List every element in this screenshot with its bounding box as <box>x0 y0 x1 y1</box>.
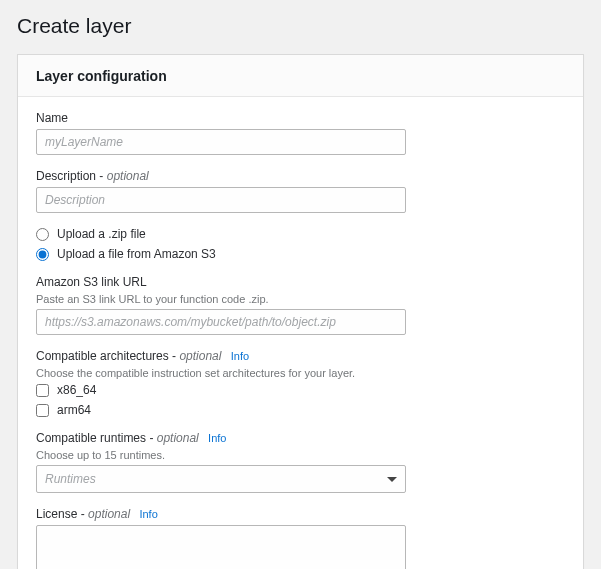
arch-info-link[interactable]: Info <box>231 350 249 362</box>
runtimes-optional: optional <box>157 431 199 445</box>
description-label-text: Description <box>36 169 96 183</box>
license-label-text: License <box>36 507 77 521</box>
license-field: License - optional Info <box>36 507 565 569</box>
description-field: Description - optional <box>36 169 565 213</box>
runtimes-help: Choose up to 15 runtimes. <box>36 449 565 461</box>
arch-arm64-row[interactable]: arm64 <box>36 403 565 417</box>
upload-zip-label: Upload a .zip file <box>57 227 146 241</box>
arch-x86-row[interactable]: x86_64 <box>36 383 565 397</box>
panel-header: Layer configuration <box>18 55 583 97</box>
s3-url-input[interactable] <box>36 309 406 335</box>
runtimes-placeholder: Runtimes <box>45 472 96 486</box>
arch-arm64-label: arm64 <box>57 403 91 417</box>
arch-x86-label: x86_64 <box>57 383 96 397</box>
arch-label: Compatible architectures - optional Info <box>36 349 565 363</box>
panel-body: Name Description - optional Upload a .zi… <box>18 97 583 569</box>
arch-optional: optional <box>179 349 221 363</box>
runtimes-select[interactable]: Runtimes <box>36 465 406 493</box>
license-textarea[interactable] <box>36 525 406 569</box>
runtimes-label: Compatible runtimes - optional Info <box>36 431 565 445</box>
description-label: Description - optional <box>36 169 565 183</box>
name-field: Name <box>36 111 565 155</box>
arch-field: Compatible architectures - optional Info… <box>36 349 565 417</box>
upload-zip-radio[interactable] <box>36 228 49 241</box>
license-label: License - optional Info <box>36 507 565 521</box>
chevron-down-icon <box>387 477 397 482</box>
description-input[interactable] <box>36 187 406 213</box>
name-label: Name <box>36 111 565 125</box>
upload-s3-label: Upload a file from Amazon S3 <box>57 247 216 261</box>
description-optional: optional <box>107 169 149 183</box>
upload-s3-row[interactable]: Upload a file from Amazon S3 <box>36 247 565 261</box>
s3-url-field: Amazon S3 link URL Paste an S3 link URL … <box>36 275 565 335</box>
s3-url-help: Paste an S3 link URL to your function co… <box>36 293 565 305</box>
arch-help: Choose the compatible instruction set ar… <box>36 367 565 379</box>
page-title: Create layer <box>17 14 584 38</box>
s3-url-label: Amazon S3 link URL <box>36 275 565 289</box>
upload-s3-radio[interactable] <box>36 248 49 261</box>
runtimes-info-link[interactable]: Info <box>208 432 226 444</box>
runtimes-label-text: Compatible runtimes <box>36 431 146 445</box>
runtimes-select-wrap: Runtimes <box>36 465 406 493</box>
layer-config-panel: Layer configuration Name Description - o… <box>17 54 584 569</box>
arch-label-text: Compatible architectures <box>36 349 169 363</box>
name-input[interactable] <box>36 129 406 155</box>
license-info-link[interactable]: Info <box>139 508 157 520</box>
license-optional: optional <box>88 507 130 521</box>
arch-arm64-checkbox[interactable] <box>36 404 49 417</box>
arch-x86-checkbox[interactable] <box>36 384 49 397</box>
runtimes-field: Compatible runtimes - optional Info Choo… <box>36 431 565 493</box>
upload-zip-row[interactable]: Upload a .zip file <box>36 227 565 241</box>
upload-choice: Upload a .zip file Upload a file from Am… <box>36 227 565 261</box>
